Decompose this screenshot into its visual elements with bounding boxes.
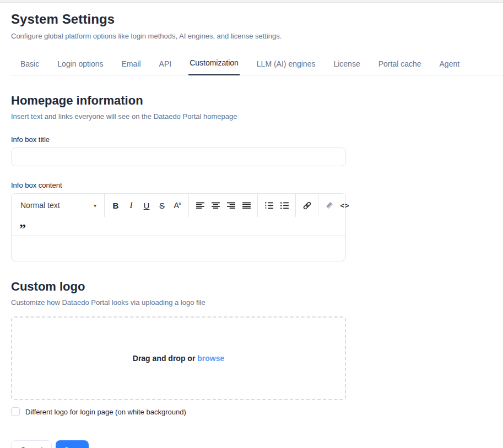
tab-agent[interactable]: Agent xyxy=(439,54,461,75)
paragraph-style-dropdown[interactable]: Normal text ▾ xyxy=(15,201,101,210)
bullet-list-icon xyxy=(280,202,289,209)
code-icon: <> xyxy=(340,201,349,210)
link-icon xyxy=(302,201,312,210)
info-box-content-editor: Normal text ▾ B I U S A° xyxy=(11,193,346,261)
editor-toolbar: Normal text ▾ B I U S A° xyxy=(12,194,345,236)
different-logo-row: Different logo for login page (on white … xyxy=(11,407,503,416)
homepage-information-subtitle: Insert text and links everyone will see … xyxy=(11,112,503,121)
different-logo-checkbox[interactable] xyxy=(11,407,20,416)
toolbar-group-alignment xyxy=(188,194,257,217)
toolbar-group-text-format: B I U S A° xyxy=(104,194,188,217)
align-left-button[interactable] xyxy=(192,197,208,214)
strikethrough-button[interactable]: S xyxy=(154,197,170,214)
tab-basic[interactable]: Basic xyxy=(19,54,40,75)
bullet-list-button[interactable] xyxy=(277,197,292,214)
tab-email[interactable]: Email xyxy=(121,54,142,75)
tab-customization[interactable]: Customization xyxy=(188,53,240,75)
underline-button[interactable]: U xyxy=(139,197,154,214)
settings-tabbar: Basic Login options Email API Customizat… xyxy=(11,53,503,75)
font-style-button[interactable]: A° xyxy=(170,197,185,214)
form-actions: Cancel Save xyxy=(11,440,503,448)
toolbar-group-misc: <> xyxy=(318,194,356,217)
drag-drop-text: Drag and drop or xyxy=(133,354,196,363)
strikethrough-icon: S xyxy=(159,201,165,210)
system-settings-page: System Settings Configure global platfor… xyxy=(0,3,503,448)
align-justify-button[interactable] xyxy=(239,197,254,214)
align-left-icon xyxy=(196,202,204,209)
browse-link[interactable]: browse xyxy=(197,354,224,363)
tab-login-options[interactable]: Login options xyxy=(56,54,104,75)
paragraph-style-value: Normal text xyxy=(20,201,60,210)
align-center-button[interactable] xyxy=(208,197,223,214)
ordered-list-icon xyxy=(265,202,273,209)
link-button[interactable] xyxy=(299,197,315,214)
tab-portal-cache[interactable]: Portal cache xyxy=(377,54,423,75)
align-right-icon xyxy=(227,202,235,209)
info-box-title-label: Info box title xyxy=(11,135,503,144)
blockquote-button[interactable]: ” xyxy=(15,217,30,233)
blockquote-icon: ” xyxy=(19,219,26,231)
toolbar-group-style: Normal text ▾ xyxy=(12,194,104,217)
tab-license[interactable]: License xyxy=(332,54,361,75)
code-button[interactable]: <> xyxy=(337,197,353,214)
page-subtitle: Configure global platform options like l… xyxy=(11,32,503,40)
align-right-button[interactable] xyxy=(223,197,239,214)
align-center-icon xyxy=(212,202,220,209)
dropzone-text: Drag and drop or browse xyxy=(133,354,224,363)
italic-button[interactable]: I xyxy=(123,197,139,214)
custom-logo-heading: Custom logo xyxy=(11,280,503,294)
info-box-content-textarea[interactable] xyxy=(12,236,345,261)
custom-logo-subtitle: Customize how Dataedo Portal looks via u… xyxy=(11,298,503,307)
tab-llm-ai-engines[interactable]: LLM (AI) engines xyxy=(256,54,317,75)
bold-button[interactable]: B xyxy=(108,197,123,214)
info-box-title-input[interactable] xyxy=(11,147,346,166)
info-box-content-label: Info box content xyxy=(11,181,503,189)
ordered-list-button[interactable] xyxy=(261,197,277,214)
tab-api[interactable]: API xyxy=(158,54,173,75)
clear-formatting-button[interactable] xyxy=(322,197,337,214)
different-logo-label: Different logo for login page (on white … xyxy=(25,408,186,416)
page-title: System Settings xyxy=(11,12,503,27)
underline-icon: U xyxy=(144,201,150,210)
chevron-down-icon: ▾ xyxy=(94,203,96,209)
a-superscript-icon: A° xyxy=(174,201,181,210)
save-button[interactable]: Save xyxy=(56,440,89,448)
bold-icon: B xyxy=(113,201,119,210)
align-justify-icon xyxy=(242,202,251,209)
eraser-icon xyxy=(325,201,334,210)
cancel-button[interactable]: Cancel xyxy=(11,440,52,448)
logo-upload-dropzone[interactable]: Drag and drop or browse xyxy=(11,316,346,400)
toolbar-group-link xyxy=(295,194,318,217)
toolbar-group-lists xyxy=(257,194,295,217)
italic-icon: I xyxy=(130,201,133,210)
homepage-information-heading: Homepage information xyxy=(11,94,503,108)
